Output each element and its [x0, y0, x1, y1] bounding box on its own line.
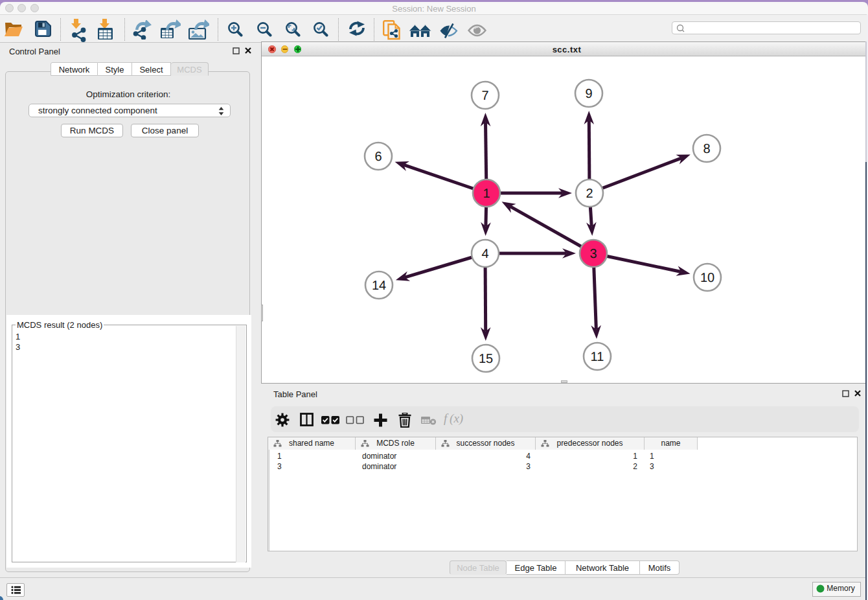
svg-text:2: 2 — [586, 187, 593, 201]
svg-text:3: 3 — [589, 247, 597, 261]
svg-text:8: 8 — [703, 142, 710, 156]
svg-text:10: 10 — [700, 271, 714, 285]
svg-text:11: 11 — [591, 350, 604, 364]
svg-text:15: 15 — [479, 352, 493, 366]
svg-text:4: 4 — [481, 247, 488, 261]
svg-text:1: 1 — [483, 187, 490, 201]
svg-text:14: 14 — [372, 279, 386, 293]
svg-text:9: 9 — [585, 87, 592, 101]
svg-text:6: 6 — [374, 150, 382, 164]
svg-text:7: 7 — [481, 89, 488, 103]
